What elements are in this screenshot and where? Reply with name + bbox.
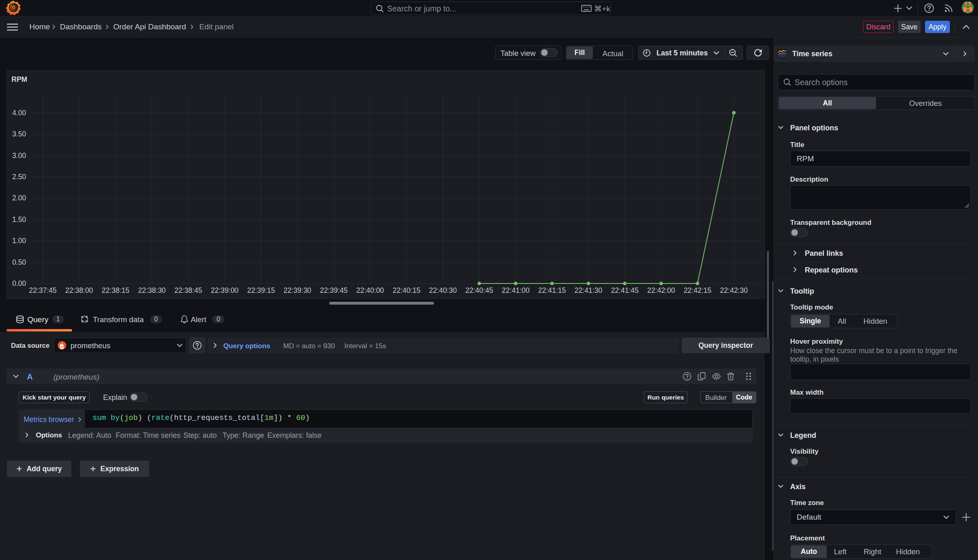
svg-text:2.00: 2.00 [12, 194, 26, 202]
svg-text:22:41:15: 22:41:15 [538, 286, 566, 294]
svg-text:3.50: 3.50 [12, 130, 26, 138]
svg-text:1.00: 1.00 [12, 237, 26, 245]
svg-text:22:38:30: 22:38:30 [138, 286, 166, 294]
svg-text:3.00: 3.00 [12, 152, 26, 160]
svg-text:22:37:45: 22:37:45 [29, 286, 57, 294]
svg-text:22:38:45: 22:38:45 [174, 286, 202, 294]
svg-text:22:39:15: 22:39:15 [247, 286, 275, 294]
svg-text:22:39:30: 22:39:30 [284, 286, 311, 294]
svg-text:22:40:30: 22:40:30 [429, 286, 457, 294]
svg-text:22:40:15: 22:40:15 [393, 286, 421, 294]
svg-text:22:39:00: 22:39:00 [211, 286, 238, 294]
svg-text:22:42:00: 22:42:00 [647, 286, 675, 294]
svg-text:22:41:30: 22:41:30 [575, 286, 602, 294]
svg-text:22:42:15: 22:42:15 [684, 286, 711, 294]
svg-text:22:41:45: 22:41:45 [611, 286, 639, 294]
svg-text:22:40:00: 22:40:00 [356, 286, 384, 294]
svg-text:22:39:45: 22:39:45 [320, 286, 348, 294]
svg-text:0.50: 0.50 [12, 258, 26, 266]
svg-text:22:38:00: 22:38:00 [65, 286, 93, 294]
svg-text:22:40:45: 22:40:45 [465, 286, 493, 294]
svg-text:22:42:30: 22:42:30 [720, 286, 748, 294]
svg-text:22:41:00: 22:41:00 [502, 286, 529, 294]
svg-text:2.50: 2.50 [12, 173, 26, 181]
svg-text:22:38:15: 22:38:15 [101, 286, 129, 294]
svg-text:1.50: 1.50 [12, 215, 26, 224]
svg-text:4.00: 4.00 [12, 109, 26, 117]
svg-text:0.00: 0.00 [12, 279, 26, 288]
